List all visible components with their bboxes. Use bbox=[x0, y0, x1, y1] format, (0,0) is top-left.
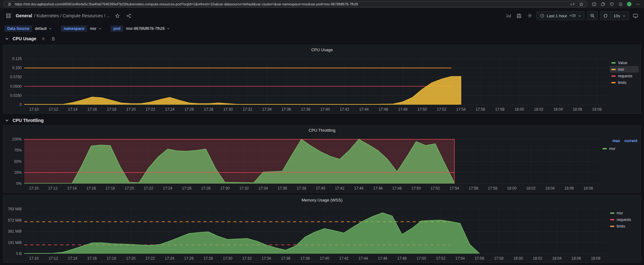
refresh-button[interactable] bbox=[600, 11, 610, 20]
variable-value-pod[interactable]: msr-8678fdf678-7fh26 bbox=[124, 25, 172, 32]
site-info-lock-icon[interactable] bbox=[7, 1, 12, 7]
history-icon[interactable] bbox=[618, 1, 623, 7]
legend-item-msr[interactable]: msr bbox=[601, 145, 639, 152]
svg-text:17:52: 17:52 bbox=[436, 256, 445, 261]
zoom-out-button[interactable] bbox=[587, 11, 598, 20]
cpu-usage-legend: Valuemsrrequestslimits bbox=[610, 54, 639, 113]
legend-item-limits[interactable]: limits bbox=[608, 223, 639, 229]
panel-insights-icon[interactable] bbox=[504, 12, 513, 20]
legend-series-marker bbox=[611, 69, 616, 70]
cpu-usage-chart[interactable]: 00.02500.05000.07500.1000.12517:1017:121… bbox=[5, 54, 610, 113]
dashboard-settings-gear-icon[interactable] bbox=[526, 12, 534, 20]
variable-value-datasource[interactable]: default bbox=[33, 25, 54, 32]
svg-text:0: 0 bbox=[19, 102, 22, 107]
legend-series-label: limits bbox=[617, 224, 625, 229]
svg-text:0%: 0% bbox=[16, 181, 22, 186]
legend-series-marker bbox=[611, 82, 616, 83]
panel-title-memory-usage[interactable]: Memory Usage (WSS) bbox=[3, 195, 641, 205]
svg-text:17:42: 17:42 bbox=[335, 186, 344, 190]
legend-series-label: msr bbox=[617, 211, 623, 215]
legend-series-marker bbox=[610, 219, 614, 220]
dashboard-variables: Data Source default namespace msr pod ms… bbox=[0, 23, 644, 34]
chevron-down-icon[interactable] bbox=[4, 117, 10, 124]
svg-text:17:28: 17:28 bbox=[201, 186, 211, 190]
svg-text:17:38: 17:38 bbox=[297, 186, 306, 190]
memory-usage-chart[interactable]: 0 B191 MiB381 MiB572 MiB763 MiB17:1017:1… bbox=[5, 205, 608, 262]
svg-text:17:44: 17:44 bbox=[358, 256, 368, 261]
legend-item-Value[interactable]: Value bbox=[610, 59, 639, 66]
chevron-down-icon[interactable] bbox=[4, 36, 10, 42]
svg-text:17:36: 17:36 bbox=[281, 107, 291, 112]
svg-text:17:14: 17:14 bbox=[68, 256, 77, 261]
row-delete-trash-icon[interactable] bbox=[50, 36, 56, 42]
dashboard-header: General / Kubernetes / Compute Resources… bbox=[0, 8, 644, 23]
collections-icon[interactable] bbox=[600, 1, 606, 7]
svg-text:17:58: 17:58 bbox=[488, 186, 497, 190]
variable-value-namespace[interactable]: msr bbox=[88, 25, 104, 32]
svg-text:17:28: 17:28 bbox=[204, 107, 213, 112]
svg-text:572 MiB: 572 MiB bbox=[8, 218, 22, 223]
cpu-throttling-chart[interactable]: 0%25%50%75%100%17:1017:1217:1417:1617:18… bbox=[5, 135, 601, 192]
svg-text:0.0500: 0.0500 bbox=[10, 84, 22, 89]
row-title[interactable]: CPU Usage bbox=[13, 36, 36, 41]
time-range-picker[interactable]: Last 1 hour +08 bbox=[536, 11, 585, 20]
row-settings-gear-icon[interactable] bbox=[40, 36, 46, 42]
svg-text:17:28: 17:28 bbox=[203, 256, 213, 261]
split-screen-icon[interactable] bbox=[591, 1, 597, 7]
variable-pod: pod msr-8678fdf678-7fh26 bbox=[111, 25, 172, 32]
svg-text:17:24: 17:24 bbox=[165, 256, 174, 261]
refresh-interval-dropdown[interactable]: 10s bbox=[610, 11, 629, 20]
svg-text:17:42: 17:42 bbox=[339, 256, 348, 261]
legend-column-current[interactable]: current bbox=[625, 139, 637, 143]
legend-item-msr[interactable]: msr bbox=[608, 210, 639, 216]
svg-text:17:46: 17:46 bbox=[373, 186, 383, 190]
panel-cpu-throttling: CPU Throttling 0%25%50%75%100%17:1017:12… bbox=[3, 125, 641, 193]
svg-text:0.0750: 0.0750 bbox=[10, 75, 22, 79]
url-field[interactable]: https://mtr.dev.agilopshub.com/d/6581e46… bbox=[3, 1, 587, 7]
svg-text:17:22: 17:22 bbox=[144, 186, 153, 190]
legend-column-max[interactable]: max bbox=[613, 139, 620, 143]
panel-title-cpu-throttling[interactable]: CPU Throttling bbox=[3, 125, 641, 135]
browser-essentials-heart-icon[interactable] bbox=[609, 1, 614, 7]
row-header-cpu-throttling[interactable]: CPU Throttling bbox=[0, 116, 644, 125]
svg-text:17:36: 17:36 bbox=[281, 256, 291, 261]
svg-text:17:46: 17:46 bbox=[379, 107, 388, 112]
svg-text:17:32: 17:32 bbox=[239, 186, 249, 190]
svg-text:17:24: 17:24 bbox=[163, 186, 172, 190]
save-dashboard-icon[interactable] bbox=[515, 12, 523, 20]
variable-label-pod: pod bbox=[111, 25, 123, 32]
svg-text:17:40: 17:40 bbox=[320, 107, 330, 112]
breadcrumb-general[interactable]: General bbox=[16, 13, 32, 18]
svg-text:17:50: 17:50 bbox=[417, 256, 426, 261]
legend-series-label: requests bbox=[618, 74, 632, 78]
legend-item-limits[interactable]: limits bbox=[610, 79, 639, 86]
legend-item-requests[interactable]: requests bbox=[610, 73, 639, 79]
svg-text:18:04: 18:04 bbox=[552, 256, 562, 261]
apps-grid-icon[interactable] bbox=[4, 12, 13, 20]
legend-series-label: requests bbox=[617, 218, 631, 222]
add-favorite-star-icon[interactable] bbox=[578, 1, 584, 7]
svg-text:18:06: 18:06 bbox=[564, 186, 574, 190]
panel-title-cpu-usage[interactable]: CPU Usage bbox=[3, 45, 641, 54]
share-icon[interactable] bbox=[125, 12, 133, 20]
time-range-label: Last 1 hour bbox=[547, 14, 567, 18]
svg-text:A: A bbox=[570, 3, 572, 6]
svg-text:381 MiB: 381 MiB bbox=[8, 229, 22, 234]
svg-text:17:58: 17:58 bbox=[494, 256, 503, 261]
browser-more-menu-icon[interactable] bbox=[635, 1, 641, 7]
svg-text:17:56: 17:56 bbox=[475, 256, 484, 261]
svg-text:0.100: 0.100 bbox=[12, 66, 22, 70]
read-aloud-icon[interactable]: A bbox=[569, 1, 575, 7]
svg-text:17:32: 17:32 bbox=[242, 256, 252, 261]
breadcrumb-dashboard-title[interactable]: / Kubernetes / Compute Resources / ... bbox=[34, 13, 110, 18]
legend-item-requests[interactable]: requests bbox=[608, 216, 639, 223]
row-header-cpu-usage[interactable]: CPU Usage bbox=[0, 34, 644, 43]
svg-text:25%: 25% bbox=[14, 170, 22, 175]
profile-avatar[interactable] bbox=[626, 1, 632, 7]
svg-text:18:06: 18:06 bbox=[572, 256, 581, 261]
kiosk-monitor-icon[interactable] bbox=[631, 12, 640, 20]
legend-item-msr[interactable]: msr bbox=[610, 66, 639, 73]
row-title[interactable]: CPU Throttling bbox=[13, 118, 44, 123]
svg-text:17:34: 17:34 bbox=[258, 186, 268, 190]
favorite-star-icon[interactable] bbox=[113, 12, 121, 20]
